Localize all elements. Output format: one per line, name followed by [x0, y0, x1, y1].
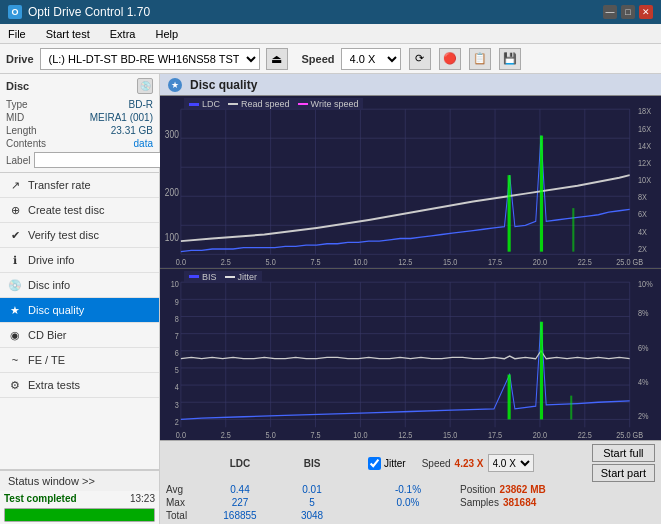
- verify-test-disc-icon: ✔: [8, 228, 22, 242]
- svg-text:25.0 GB: 25.0 GB: [616, 256, 643, 267]
- svg-text:8%: 8%: [638, 307, 649, 318]
- samples-value: 381684: [503, 497, 536, 508]
- svg-text:2X: 2X: [638, 243, 647, 254]
- svg-text:18X: 18X: [638, 106, 651, 117]
- avg-jitter: -0.1%: [372, 484, 444, 495]
- svg-text:12.5: 12.5: [398, 256, 413, 267]
- label-input[interactable]: [34, 152, 167, 168]
- svg-text:0.0: 0.0: [176, 428, 186, 439]
- sidebar-item-disc-info[interactable]: 💿 Disc info: [0, 273, 159, 298]
- svg-text:10X: 10X: [638, 174, 651, 185]
- menu-help[interactable]: Help: [151, 27, 182, 41]
- svg-rect-44: [160, 269, 661, 441]
- drive-info-icon: ℹ: [8, 253, 22, 267]
- charts-area: LDC Read speed Write speed: [160, 96, 661, 440]
- svg-text:20.0: 20.0: [533, 256, 548, 267]
- max-ldc: 227: [204, 497, 276, 508]
- sidebar-item-extra-tests[interactable]: ⚙ Extra tests: [0, 373, 159, 398]
- speed-select[interactable]: 4.0 X: [341, 48, 401, 70]
- svg-text:4%: 4%: [638, 376, 649, 387]
- right-panel: ★ Disc quality LDC Read speed: [160, 74, 661, 524]
- bottom-chart-svg: 10 9 8 7 6 5 4 3 2 10% 8% 6% 4% 2% 0: [160, 269, 661, 441]
- svg-text:3: 3: [175, 398, 179, 409]
- svg-text:12X: 12X: [638, 157, 651, 168]
- svg-rect-18: [508, 175, 511, 252]
- svg-text:20.0: 20.0: [533, 428, 548, 439]
- sidebar-item-fe-te[interactable]: ~ FE / TE: [0, 348, 159, 373]
- disc-section-title: Disc: [6, 80, 29, 92]
- sidebar-item-verify-test-disc[interactable]: ✔ Verify test disc: [0, 223, 159, 248]
- total-bis: 3048: [276, 510, 348, 521]
- sidebar-item-drive-info[interactable]: ℹ Drive info: [0, 248, 159, 273]
- svg-rect-20: [572, 208, 574, 252]
- sidebar-item-disc-quality[interactable]: ★ Disc quality: [0, 298, 159, 323]
- svg-text:8X: 8X: [638, 191, 647, 202]
- svg-text:12.5: 12.5: [398, 428, 413, 439]
- disc-quality-header: ★ Disc quality: [160, 74, 661, 96]
- action-btn-2[interactable]: 🔴: [439, 48, 461, 70]
- minimize-button[interactable]: —: [603, 5, 617, 19]
- create-test-disc-icon: ⊕: [8, 203, 22, 217]
- svg-text:10%: 10%: [638, 278, 653, 289]
- disc-quality-title: Disc quality: [190, 78, 257, 92]
- svg-text:6%: 6%: [638, 341, 649, 352]
- start-full-button[interactable]: Start full: [592, 444, 655, 462]
- svg-text:22.5: 22.5: [578, 256, 593, 267]
- label-label: Label: [6, 155, 30, 166]
- ldc-header: LDC: [204, 458, 276, 469]
- main-layout: Disc 💿 Type BD-R MID MEIRA1 (001) Length…: [0, 74, 661, 524]
- bottom-chart: BIS Jitter: [160, 269, 661, 441]
- sidebar-item-cd-bier[interactable]: ◉ CD Bier: [0, 323, 159, 348]
- eject-button[interactable]: ⏏: [266, 48, 288, 70]
- maximize-button[interactable]: □: [621, 5, 635, 19]
- svg-rect-67: [570, 395, 572, 419]
- close-button[interactable]: ✕: [639, 5, 653, 19]
- svg-rect-66: [540, 321, 543, 419]
- svg-text:25.0 GB: 25.0 GB: [616, 428, 643, 439]
- svg-text:5: 5: [175, 364, 179, 375]
- speed-stat-select[interactable]: 4.0 X: [488, 454, 534, 472]
- disc-info-icon: 💿: [8, 278, 22, 292]
- disc-icon[interactable]: 💿: [137, 78, 153, 94]
- jitter-checkbox[interactable]: [368, 457, 381, 470]
- svg-text:22.5: 22.5: [578, 428, 593, 439]
- disc-quality-header-icon: ★: [168, 78, 182, 92]
- total-label: Total: [166, 510, 204, 521]
- jitter-checkbox-label[interactable]: Jitter: [368, 457, 406, 470]
- svg-text:2.5: 2.5: [221, 256, 231, 267]
- svg-text:2%: 2%: [638, 410, 649, 421]
- action-btn-1[interactable]: ⟳: [409, 48, 431, 70]
- drive-select[interactable]: (L:) HL-DT-ST BD-RE WH16NS58 TST4: [40, 48, 260, 70]
- max-bis: 5: [276, 497, 348, 508]
- speed-label: Speed: [302, 53, 335, 65]
- svg-text:6X: 6X: [638, 208, 647, 219]
- menu-file[interactable]: File: [4, 27, 30, 41]
- avg-bis: 0.01: [276, 484, 348, 495]
- svg-text:15.0: 15.0: [443, 256, 458, 267]
- svg-text:7.5: 7.5: [310, 256, 320, 267]
- menu-extra[interactable]: Extra: [106, 27, 140, 41]
- sidebar-item-transfer-rate[interactable]: ↗ Transfer rate: [0, 173, 159, 198]
- avg-label: Avg: [166, 484, 204, 495]
- svg-text:5.0: 5.0: [266, 428, 276, 439]
- left-panel: Disc 💿 Type BD-R MID MEIRA1 (001) Length…: [0, 74, 160, 524]
- app-title: Opti Drive Control 1.70: [28, 5, 150, 19]
- contents-value[interactable]: data: [134, 138, 153, 149]
- sidebar-item-create-test-disc[interactable]: ⊕ Create test disc: [0, 198, 159, 223]
- status-window-button[interactable]: Status window >>: [0, 470, 159, 491]
- svg-text:5.0: 5.0: [266, 256, 276, 267]
- legend-write-speed: Write speed: [298, 99, 359, 109]
- start-part-button[interactable]: Start part: [592, 464, 655, 482]
- svg-text:2: 2: [175, 415, 179, 426]
- action-btn-4[interactable]: 💾: [499, 48, 521, 70]
- drive-bar: Drive (L:) HL-DT-ST BD-RE WH16NS58 TST4 …: [0, 44, 661, 74]
- title-bar: O Opti Drive Control 1.70 — □ ✕: [0, 0, 661, 24]
- menu-start-test[interactable]: Start test: [42, 27, 94, 41]
- svg-text:17.5: 17.5: [488, 428, 503, 439]
- avg-ldc: 0.44: [204, 484, 276, 495]
- top-chart: LDC Read speed Write speed: [160, 96, 661, 269]
- action-btn-3[interactable]: 📋: [469, 48, 491, 70]
- length-value: 23.31 GB: [111, 125, 153, 136]
- position-label: Position: [460, 484, 496, 495]
- svg-text:10.0: 10.0: [353, 256, 368, 267]
